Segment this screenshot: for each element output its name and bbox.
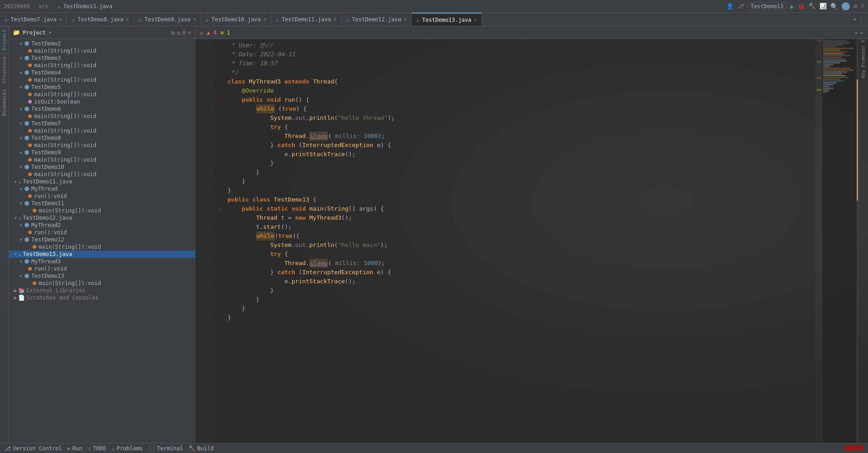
tree-item-main-testdemo9[interactable]: main(String[]):void	[9, 156, 195, 163]
run-btn-22[interactable]: ▶	[218, 206, 221, 212]
side-tab-project[interactable]: Project	[0, 26, 9, 53]
tree-item-testdemo3[interactable]: ▾ TestDemo3	[9, 54, 195, 62]
fold-icon-27[interactable]: ⊖	[202, 250, 204, 259]
tree-item-main-testdemo2[interactable]: main(String[]):void	[9, 47, 195, 54]
bottom-build[interactable]: 🔨 Build	[188, 445, 213, 452]
tab-close-testdemo12[interactable]: ×	[404, 17, 407, 22]
tab-close-testdemo11[interactable]: ×	[334, 17, 337, 22]
bottom-version-control[interactable]: ⎇ Version Control	[5, 445, 62, 452]
tab-testdemo8[interactable]: ☕ TestDemo8.java ×	[67, 13, 134, 26]
tree-item-testdemo7[interactable]: ▾ TestDemo7	[9, 120, 195, 127]
tree-item-run-mythread-11[interactable]: run():void	[9, 192, 195, 200]
tab-close-testdemo9[interactable]: ×	[193, 17, 196, 22]
code-line-33: }	[228, 304, 815, 313]
code-line-21: public class TestDemo13 {	[228, 195, 815, 204]
search-icon[interactable]: 🔍	[830, 3, 838, 10]
main-layout: Project Structure Bookmarks 📁 Project ▾ …	[0, 26, 868, 443]
project-close[interactable]: ×	[188, 29, 191, 36]
fold-icon-29[interactable]: ⊖	[202, 268, 204, 277]
tab-overflow-btn[interactable]: ▾	[853, 16, 857, 23]
tree-item-scratches[interactable]: ▶ 📄 Scratches and Consoles	[9, 294, 195, 301]
tab-testdemo7[interactable]: ☕ TestDemo7.java ×	[0, 13, 67, 26]
settings-icon[interactable]: ⚙	[853, 3, 857, 10]
tab-testdemo11[interactable]: ☕ TestDemo11.java ×	[271, 13, 342, 26]
tree-item-external-libraries[interactable]: ▶ 📚 External Libraries	[9, 287, 195, 294]
build-btn[interactable]: 🔨	[808, 3, 816, 10]
fold-icon-11[interactable]: ⊖	[202, 104, 204, 113]
tree-item-testdemo8[interactable]: ▾ TestDemo8	[9, 134, 195, 142]
vcs-icon[interactable]: ⎇	[737, 3, 744, 10]
tab-testdemo9[interactable]: ☕ TestDemo9.java ×	[134, 13, 201, 26]
tree-item-isquit[interactable]: isQuit:boolean	[9, 98, 195, 105]
tree-item-main-testdemo13[interactable]: main(String[]):void	[9, 280, 195, 287]
fold-icon-10[interactable]: ⊖	[202, 95, 204, 104]
tab-close-testdemo7[interactable]: ×	[59, 17, 62, 22]
tab-testdemo13[interactable]: ☕ TestDemo13.java ×	[412, 13, 482, 26]
tree-item-main-testdemo4[interactable]: main(String[]):void	[9, 76, 195, 84]
fold-gutter-13: ⊖	[218, 125, 221, 130]
code-line-14: Thread.sleep( millis: 1000);	[228, 132, 815, 141]
fold-icon-13[interactable]: ⊖	[202, 123, 204, 132]
error-gutter	[815, 39, 822, 443]
tab-close-testdemo10[interactable]: ×	[263, 17, 266, 22]
tree-item-mythread-11[interactable]: ▾ MyThread	[9, 185, 195, 192]
tree-item-run-mythread3[interactable]: run():void	[9, 265, 195, 272]
tree-item-main-testdemo7[interactable]: main(String[]):void	[9, 127, 195, 134]
tree-item-main-testdemo8[interactable]: main(String[]):void	[9, 142, 195, 149]
tree-item-testdemo9[interactable]: ▾ TestDemo9	[9, 149, 195, 156]
tree-item-main-testdemo3[interactable]: main(String[]):void	[9, 62, 195, 69]
tree-item-mythread3[interactable]: ▾ MyThread3	[9, 258, 195, 265]
tree-item-testdemo10[interactable]: ▾ TestDemo10	[9, 163, 195, 171]
profile-icon[interactable]: 👤	[726, 3, 734, 10]
line-num-4: 4	[195, 41, 216, 50]
profile-btn[interactable]: 📊	[819, 3, 827, 10]
run-btn-21[interactable]: ▶	[218, 197, 221, 203]
right-key-promoter[interactable]: Key Promoter X	[861, 40, 866, 78]
tab-testdemo12[interactable]: ☕ TestDemo12.java ×	[342, 13, 412, 26]
tab-menu-btn[interactable]: ⋮	[858, 16, 864, 23]
project-sort-type[interactable]: ⇅	[177, 29, 180, 36]
bottom-problems[interactable]: ⚠ Problems	[111, 445, 143, 452]
tree-item-testdemo13-class[interactable]: ▾ TestDemo13	[9, 272, 195, 280]
warning-indicator-1	[817, 61, 821, 63]
tab-close-testdemo13[interactable]: ×	[474, 17, 477, 22]
fold-icon-15[interactable]: ⊖	[202, 141, 204, 150]
tree-item-main-testdemo6[interactable]: main(String[]):void	[9, 113, 195, 120]
nav-next-btn[interactable]: ▸	[860, 30, 863, 36]
bottom-terminal[interactable]: ⬛ Terminal	[148, 445, 183, 452]
help-icon[interactable]: ?	[861, 3, 864, 10]
tree-item-mythread2[interactable]: ▾ MyThread2	[9, 222, 195, 229]
fold-icon-25[interactable]: ⊖	[202, 231, 204, 241]
breakpoint-icon-10[interactable]	[217, 97, 223, 103]
tree-item-testdemo12-class[interactable]: ▾ TestDemo12	[9, 236, 195, 243]
tree-item-main-testdemo5[interactable]: main(String[]):void	[9, 91, 195, 98]
nav-prev-btn[interactable]: ◂	[854, 30, 858, 36]
tab-testdemo10[interactable]: ☕ TestDemo10.java ×	[201, 13, 271, 26]
side-tab-bookmarks[interactable]: Bookmarks	[0, 86, 9, 119]
bottom-run[interactable]: ▶ Run	[67, 445, 82, 452]
project-dropdown-icon[interactable]: ▾	[49, 29, 52, 36]
tree-item-main-testdemo11[interactable]: main(String[]):void	[9, 207, 195, 214]
run-config[interactable]: TestDemo13	[748, 2, 787, 10]
project-gear[interactable]: ⚙	[182, 29, 186, 36]
tree-item-run-mythread2[interactable]: run():void	[9, 229, 195, 236]
tree-item-main-testdemo10[interactable]: main(String[]):void	[9, 171, 195, 178]
tree-item-testdemo12-java[interactable]: ▾ ☕ TestDemo12.java	[9, 214, 195, 222]
bottom-todo[interactable]: ☑ TODO	[88, 445, 106, 452]
project-sort-alpha[interactable]: ≡	[171, 29, 174, 36]
run-btn[interactable]: ▶	[790, 3, 794, 10]
tree-item-testdemo6[interactable]: ▾ TestDemo6	[9, 105, 195, 113]
debug-btn[interactable]: 🐞	[798, 3, 805, 10]
tree-item-testdemo11-class[interactable]: ▾ TestDemo11	[9, 200, 195, 207]
tab-bar: ☕ TestDemo7.java × ☕ TestDemo8.java × ☕ …	[0, 13, 868, 26]
tree-item-testdemo5[interactable]: ▾ TestDemo5	[9, 84, 195, 91]
tree-item-testdemo13-java[interactable]: ▾ ☕ TestDemo13.java	[9, 251, 195, 258]
side-tab-structure[interactable]: Structure	[0, 53, 9, 86]
tree-item-testdemo11-java[interactable]: ▾ ☕ TestDemo11.java	[9, 178, 195, 185]
tree-item-main-testdemo12[interactable]: main(String[]):void	[9, 243, 195, 251]
fold-icon-18[interactable]: ⊖	[202, 168, 204, 177]
tree-item-testdemo2[interactable]: ▾ TestDemo2	[9, 40, 195, 47]
tree-item-testdemo4[interactable]: ▾ TestDemo4	[9, 69, 195, 76]
code-area[interactable]: * User: 沙// * Date: 2022-04-11 * Time: 1…	[224, 39, 815, 443]
tab-close-testdemo8[interactable]: ×	[126, 17, 129, 22]
